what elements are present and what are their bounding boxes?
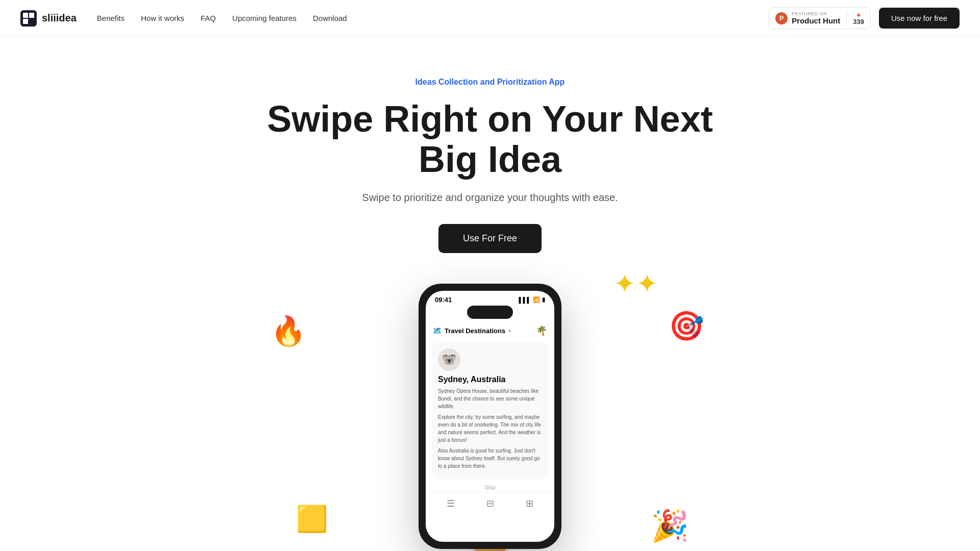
product-hunt-icon: P <box>775 12 788 24</box>
nav-add-icon[interactable]: ⊞ <box>526 498 533 509</box>
phone-area: ✦✦ 🔥 🎯 🎉 🟨 09:41 ▌▌▌ 📶 ▮ <box>260 284 720 549</box>
nav-link-download[interactable]: Download <box>313 14 347 22</box>
product-hunt-text: FEATURED ON Product Hunt <box>792 11 840 25</box>
phone-list-title-text: Travel Destinations <box>445 327 505 335</box>
product-hunt-score: ▲ 339 <box>846 11 864 26</box>
nav-right: P FEATURED ON Product Hunt ▲ 339 Use now… <box>769 7 960 29</box>
sparkles-emoji: ✦✦ <box>614 268 658 299</box>
product-hunt-count: 339 <box>853 18 864 26</box>
nav-link-upcoming-features[interactable]: Upcoming features <box>232 14 297 22</box>
product-hunt-name: Product Hunt <box>792 16 840 25</box>
use-for-free-button[interactable]: Use For Free <box>438 224 542 253</box>
skip-label[interactable]: Skip <box>426 482 554 492</box>
logo[interactable]: sliiidea <box>20 10 77 27</box>
card-title: Sydney, Australia <box>438 375 542 384</box>
nav-link-how-it-works[interactable]: How it works <box>141 14 184 22</box>
phone-app-header: 🗺️ Travel Destinations ▾ 🌴 <box>426 322 554 339</box>
card-avatar: 🐨 <box>438 348 460 371</box>
phone-status-icons: ▌▌▌ 📶 ▮ <box>519 296 545 303</box>
battery-icon: ▮ <box>542 296 545 303</box>
party-emoji: 🎉 <box>651 508 689 544</box>
list-icon: 🗺️ <box>433 327 442 335</box>
wifi-icon: 📶 <box>533 296 540 303</box>
phone-mockup: 09:41 ▌▌▌ 📶 ▮ 🗺️ Travel Destinations ▾ <box>419 284 561 549</box>
fire-emoji: 🔥 <box>271 314 306 348</box>
phone-list-title: 🗺️ Travel Destinations ▾ <box>433 327 511 335</box>
signal-icon: ▌▌▌ <box>519 297 531 303</box>
phone-menu-icon: 🌴 <box>536 325 547 336</box>
logo-name: sliiidea <box>42 12 77 24</box>
nav-links: Benefits How it works FAQ Upcoming featu… <box>97 14 347 22</box>
product-hunt-featured-label: FEATURED ON <box>792 11 840 16</box>
chevron-icon: ▾ <box>508 328 511 334</box>
nav-link-benefits[interactable]: Benefits <box>97 14 125 22</box>
product-hunt-arrow: ▲ <box>855 11 862 18</box>
nav-list-icon[interactable]: ☰ <box>447 498 455 509</box>
card-text-3: Also Australia is good for surfing. Just… <box>438 447 542 470</box>
nav-left: sliiidea Benefits How it works FAQ Upcom… <box>20 10 347 27</box>
phone-card: 🐨 Sydney, Australia Sydney Opera House, … <box>432 342 548 479</box>
hero-title: Swipe Right on Your Next Big Idea <box>260 99 720 180</box>
sticky-note-emoji: 🟨 <box>296 504 328 534</box>
phone-notch <box>467 306 513 319</box>
nav-link-faq[interactable]: FAQ <box>201 14 216 22</box>
hero-tag: Ideas Collection and Prioritization App <box>415 78 565 87</box>
phone-time: 09:41 <box>435 296 452 304</box>
phone-screen: 09:41 ▌▌▌ 📶 ▮ 🗺️ Travel Destinations ▾ <box>426 291 554 542</box>
target-emoji: 🎯 <box>669 309 704 343</box>
phone-bottom-nav: ☰ ⊟ ⊞ <box>426 492 554 514</box>
hero-section: Ideas Collection and Prioritization App … <box>0 37 980 549</box>
nav-cards-icon[interactable]: ⊟ <box>486 498 494 509</box>
hero-subtitle: Swipe to prioritize and organize your th… <box>362 192 618 204</box>
use-now-button[interactable]: Use now for free <box>879 8 960 29</box>
navbar: sliiidea Benefits How it works FAQ Upcom… <box>0 0 980 37</box>
card-text-2: Explore the city, try some surfing, and … <box>438 413 542 444</box>
logo-icon <box>20 10 37 27</box>
product-hunt-badge[interactable]: P FEATURED ON Product Hunt ▲ 339 <box>769 7 871 29</box>
card-text-1: Sydney Opera House, beautiful beaches li… <box>438 387 542 410</box>
phone-status-bar: 09:41 ▌▌▌ 📶 ▮ <box>426 291 554 306</box>
